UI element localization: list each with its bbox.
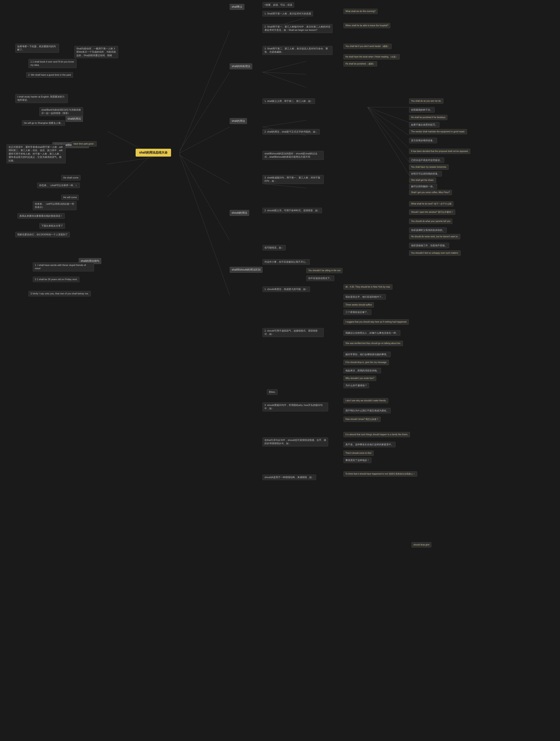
shall-right-1-zh3: 卖方应将好维持设备。 bbox=[409, 138, 437, 143]
shall-will-diff: shall和will为助动词区别它与另助词表示一起一起的情形（情形） bbox=[39, 107, 83, 116]
shall-right-2-en4: Shall I get you some coffee, Miss Fleur? bbox=[409, 190, 452, 195]
shall-special-3-en1: You shall fail if you don't work harder（… bbox=[344, 44, 391, 49]
should-num5-desc: shouldA是用于一种情情结构，来感情情，如： bbox=[262, 475, 316, 480]
should-1-en2: He should do some work, but he doesn't w… bbox=[409, 234, 460, 239]
connector-lines bbox=[0, 0, 560, 741]
svg-line-7 bbox=[179, 153, 230, 241]
diff-1-en: You shouldn't be sitting in the sun bbox=[306, 268, 343, 273]
shall-right-1-en3: The vendor shall maintain the equipment … bbox=[409, 129, 467, 134]
shall-will-diff-desc: 在正式英语中，通常学者者shall用于第一人称，will 用到第二、第三人称；但… bbox=[7, 144, 66, 163]
shall-special-1: 1. Shall用于第一人称，表示征求对方的意愿 bbox=[262, 11, 313, 16]
svg-line-2 bbox=[179, 127, 230, 153]
shall-right-1-en2: He shall be punished if he disobeys bbox=[409, 115, 447, 120]
should-num2-zh4: 为什么你不邀请他？ bbox=[344, 383, 369, 388]
mind-map: shall的用法总结大全 shall释义 =想要、必须、可以；应该 shall的… bbox=[0, 0, 560, 741]
shall-special-3-en2: He shall have the book when I finish rea… bbox=[344, 54, 400, 60]
should-num4-en2: That it should come to this! bbox=[344, 451, 374, 456]
shall-special-1-en: What shall we do this evening? bbox=[344, 9, 378, 14]
svg-line-19 bbox=[368, 107, 409, 136]
should-num3-desc: 3. should置疑问句中，常用因此why, how开头的疑问句中，如： bbox=[262, 402, 328, 411]
should-num5-en1: To think that it should have happened to… bbox=[344, 471, 417, 477]
shall-before: 下面出来前从分享了 bbox=[39, 223, 65, 228]
should-num4-en1: It is absurd that such things should hap… bbox=[344, 432, 410, 437]
svg-line-3 bbox=[179, 155, 230, 184]
should-num2-zh1: 我建议让你按照法人，好像什么事也没发生一样。 bbox=[344, 330, 400, 336]
shall-right-2-en2: You shall have my answer tomorrow. bbox=[409, 164, 449, 170]
should-num2-zh3: 他如来访，把我的消息告诉他。 bbox=[344, 368, 381, 373]
svg-line-21 bbox=[368, 107, 409, 162]
shall-forall: Shall为助动词，一般用于第一人称 3 和We表示一个完成的动作，与助词表达的… bbox=[74, 46, 118, 58]
should-1-zh1: 你应该调听父母亲的告诉你的。 bbox=[409, 227, 447, 233]
should-drop-give: should drop give bbox=[412, 542, 431, 547]
should-num2-en4: Why shouldn't you invite him? bbox=[344, 376, 376, 381]
shall-right-2-desc: 2. shall的用法，shall是于正式文字的书面的，如： bbox=[262, 129, 320, 135]
should-num4-zh1: 真不该。这种事发生在他们这样的家庭里中。 bbox=[344, 442, 395, 447]
should-num3-en1: I don't see why we shouldn't make friend… bbox=[344, 398, 388, 403]
svg-line-11 bbox=[262, 72, 306, 74]
shall-right-2-zh2: 你明天可以得到我的答复。 bbox=[409, 171, 442, 177]
should-1-desc: 2. should跟义另，可用于各种时式、适境情形，如： bbox=[262, 208, 322, 213]
svg-line-1 bbox=[179, 72, 230, 151]
svg-line-18 bbox=[368, 107, 409, 123]
will-note1: 你来来。（will可以用简洁的比较一些所表示） bbox=[33, 201, 76, 210]
shall-right-3-en2: Should I open the window? 我可以开窗吗？ bbox=[409, 209, 455, 215]
should-num3-en2: How should I know? 我怎么知道？ bbox=[344, 417, 381, 422]
park-example: have time park good - bbox=[71, 141, 97, 146]
center-node: shall的用法总结大全 bbox=[136, 149, 171, 156]
svg-line-16 bbox=[262, 184, 306, 188]
items-label: 初ties. bbox=[267, 389, 277, 395]
shall-right-2-zh1: 已经永远不得反对这些提议。 bbox=[409, 157, 444, 163]
diff-1-zh: 你不应该坐在阳光下。 bbox=[306, 276, 334, 281]
shall-usage-note2: 2. We shall have a good time in the park bbox=[26, 72, 73, 78]
shall-right-2-en1: It has been decided that the proposal sh… bbox=[409, 149, 470, 154]
shall-study: I shall study harder at English. 我需要加把力地… bbox=[15, 94, 68, 103]
svg-line-22 bbox=[368, 107, 409, 175]
diff-1: 对这件小事，你不应该被别让我不开心。 bbox=[262, 259, 310, 265]
shall-special-2: 2. Shall用于第一、第三人称疑问句中，表示向第二人称的对话者征求对方意见，… bbox=[262, 24, 332, 33]
shall-right-1-zh2: 如果不服从就受到惩罚。 bbox=[409, 122, 439, 128]
he-will-go: He will go to Shanghai 他要去上海。 bbox=[22, 120, 65, 126]
shall-special-3-en3: He shall be punished.（威胁） bbox=[344, 61, 377, 66]
should-num3-zh1: 我不明白为什么我们不能互相成为朋友。 bbox=[344, 408, 391, 413]
shall-family: 我家也要说你们，你们对对特别一个人里面到了 bbox=[15, 232, 70, 237]
shall-right-2-en3: She shall get her share. bbox=[409, 178, 436, 183]
shall-assistant-desc: 如果考察一下此题，然后重新问的判断了。 bbox=[15, 44, 59, 53]
should-note-en: You shouldn't feel so unhappy over such … bbox=[409, 251, 461, 256]
should-num4-desc: 在that引语句从句中，should也可表情情况情感、合乎、就好好等情情情从句，… bbox=[262, 437, 328, 447]
shall-friends: 真我从来要到法要看看自我好朋友回话！ bbox=[17, 213, 65, 219]
svg-line-0 bbox=[179, 30, 230, 153]
should-num1-en1: 例：4:30. They should be in New York by no… bbox=[344, 284, 392, 289]
he-will-come: He will come bbox=[61, 195, 79, 200]
shall-usage-main: shall的用法 bbox=[66, 116, 83, 122]
should-num1-desc: 1. should表责任，组成更大的可能，如： bbox=[262, 286, 310, 292]
should-num2-en1: I suggest that you should stay here as i… bbox=[344, 319, 409, 325]
should-num2-en2: She was terrified lest they should go on… bbox=[344, 341, 403, 346]
shall-meaning-sub: =想要、必须、可以；应该 bbox=[262, 2, 294, 8]
should-num4-zh2: 事情竟到了这种地步！ bbox=[344, 458, 371, 463]
should-num2-en3: If he should drop in, give him my messag… bbox=[344, 360, 389, 365]
svg-line-13 bbox=[262, 120, 306, 127]
should-num2-zh2: 她非常害怕，他们会继续谈论她的事情。 bbox=[344, 352, 391, 357]
shall-usage-right: shall的用法 bbox=[230, 118, 247, 124]
shall-special-3: 3. Shall用于第二、第三人称，表示说话人意对对方命令、警告、允诺或威胁。 bbox=[262, 46, 332, 55]
shall-right-2-zh3: 她可以得到她的一份。 bbox=[409, 184, 437, 189]
shall-ex2: 2.1 shall be 26 years old on Friday next… bbox=[33, 277, 79, 282]
svg-line-12 bbox=[262, 72, 306, 87]
should-note-small: 也可能情况，如： bbox=[262, 245, 286, 251]
shall-note1: 你也来。（shall可以当请求一种。） bbox=[37, 183, 80, 188]
shall-right-1-en1: You shall do as you see me do. bbox=[409, 98, 443, 104]
shall-meaning-main: shall释义 bbox=[230, 4, 244, 10]
shall-should-note: shall和should的适当的因对：should是shall的过去式，shal… bbox=[262, 151, 324, 160]
svg-line-10 bbox=[262, 61, 306, 72]
svg-line-5 bbox=[107, 157, 153, 164]
should-1-zh2: 他应该做做工作，但是他不想做。 bbox=[409, 243, 449, 248]
shall-right-1-desc: 1. shall跟义义用，用于第二、第三人称，如： bbox=[262, 98, 315, 104]
shall-usage-note1: 1.1 shall book it over and l'll let you … bbox=[28, 59, 76, 68]
shall-ex1: 1. I shall have words with these stupid … bbox=[33, 262, 94, 271]
should-1-en1: You should do what your parents tell you bbox=[409, 219, 452, 224]
svg-line-6 bbox=[107, 153, 153, 197]
shall-right-3-en1: What shall he do next? 他下一步干什么呢 bbox=[409, 201, 453, 206]
shall-right-3-desc: 3. shall组成疑问句，用于第一、第三人称，对待于疑问句，如： bbox=[262, 175, 324, 184]
should-num1-zh2: 三个星期应该足够了。 bbox=[344, 310, 371, 315]
svg-line-8 bbox=[179, 154, 230, 295]
